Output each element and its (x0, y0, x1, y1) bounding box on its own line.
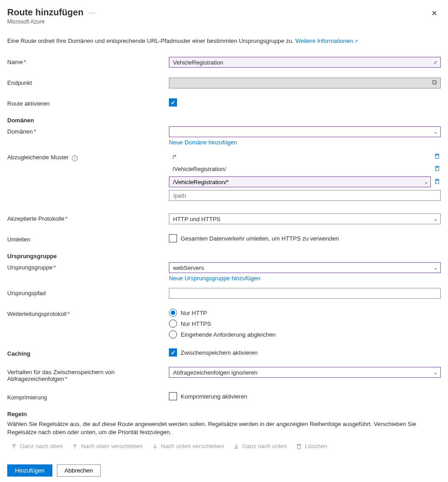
chevron-down-icon: ⌄ (434, 370, 438, 375)
delete-pattern-button[interactable] (434, 165, 441, 173)
compression-checkbox-label: Komprimierung aktivieren (181, 393, 247, 400)
info-icon[interactable]: i (72, 155, 78, 161)
delete-pattern-button[interactable] (434, 153, 441, 161)
forward-protocol-radio-match[interactable]: Eingehende Anforderung abgleichen (169, 330, 441, 338)
chevron-down-icon: ⌄ (434, 265, 438, 271)
accepted-protocols-label: Akzeptierte Protokolle* (7, 213, 169, 222)
enable-route-label: Route aktivieren (7, 98, 169, 107)
redirect-checkbox-label: Gesamten Datenverkehr umleiten, um HTTPS… (181, 235, 339, 242)
domains-label: Domänen* (7, 126, 169, 135)
add-domain-link[interactable]: Neue Domäne hinzufügen (169, 139, 237, 146)
radio-label: Nur HTTPS (181, 320, 211, 327)
caching-checkbox[interactable] (169, 348, 177, 357)
page-title: Route hinzufügen (7, 7, 84, 18)
pattern-new-input[interactable] (169, 190, 441, 201)
query-string-label: Verhalten für das Zwischenspeichern von … (7, 367, 169, 382)
domains-select[interactable]: ⌄ (169, 126, 441, 137)
chevron-down-icon: ⌄ (434, 216, 438, 222)
external-link-icon: ↗ (354, 38, 358, 44)
delete-rule-button[interactable]: Löschen (296, 443, 327, 450)
add-origin-link[interactable]: Neue Ursprungsgruppe hinzufügen (169, 275, 260, 282)
delete-pattern-button[interactable] (434, 178, 441, 186)
forward-protocol-radio-https[interactable]: Nur HTTPS (169, 320, 441, 328)
svg-rect-7 (436, 167, 439, 171)
copy-icon[interactable] (432, 80, 438, 87)
move-down-button[interactable]: Nach unten verschieben (152, 443, 224, 450)
redirect-label: Umleiten (7, 234, 169, 243)
pattern-item: /VehicleRegistration/ (169, 164, 431, 174)
origin-path-input[interactable] (169, 288, 441, 299)
origin-group-select[interactable]: webServers ⌄ (169, 262, 441, 273)
svg-rect-23 (298, 445, 301, 449)
svg-rect-2 (436, 155, 439, 158)
origin-path-label: Ursprungspfad (7, 288, 169, 297)
origin-group-label: Ursprungsgruppe* (7, 262, 169, 271)
svg-rect-0 (433, 81, 436, 84)
more-menu[interactable]: ··· (89, 9, 96, 16)
name-input[interactable]: VehicleRegistration ✓ (169, 57, 441, 68)
add-button[interactable]: Hinzufügen (7, 464, 52, 477)
move-up-button[interactable]: Nach oben verschieben (72, 443, 143, 450)
accepted-protocols-select[interactable]: HTTP und HTTPS ⌄ (169, 213, 441, 224)
radio-label: Eingehende Anforderung abgleichen (181, 331, 275, 338)
endpoint-label: Endpunkt (7, 78, 169, 86)
query-string-select[interactable]: Abfragezeichenfolgen ignorieren ⌄ (169, 367, 441, 378)
redirect-checkbox[interactable] (169, 234, 177, 242)
svg-rect-1 (433, 80, 436, 83)
name-label: Name* (7, 57, 169, 65)
radio-label: Nur HTTP (181, 310, 207, 316)
svg-rect-12 (436, 180, 439, 184)
patterns-label: Abzugleichende Muster i (7, 152, 169, 161)
origin-heading: Ursprungsgruppe (7, 253, 441, 260)
compression-checkbox[interactable] (169, 392, 177, 400)
move-top-button[interactable]: Ganz nach oben (11, 443, 63, 450)
chevron-down-icon: ⌄ (424, 179, 428, 185)
cancel-button[interactable]: Abbrechen (57, 464, 101, 477)
rules-heading: Regeln (7, 411, 441, 417)
caching-heading: Caching (7, 348, 169, 357)
compression-label: Komprimierung (7, 392, 169, 401)
caching-checkbox-label: Zwischenspeichern aktivieren (181, 349, 258, 356)
forward-protocol-radio-http[interactable]: Nur HTTP (169, 309, 441, 317)
check-icon: ✓ (434, 60, 438, 65)
forward-protocol-label: Weiterleitungsprotokoll* (7, 309, 169, 317)
learn-more-link[interactable]: Weitere Informationen↗ (295, 37, 358, 44)
intro-body: Eine Route ordnet Ihre Domänen und entsp… (7, 37, 295, 44)
chevron-down-icon: ⌄ (434, 129, 438, 135)
page-subtitle: Microsoft Azure (7, 19, 96, 25)
close-button[interactable]: ✕ (428, 7, 441, 19)
rules-description: Wählen Sie Regelsätze aus, die auf diese… (7, 420, 441, 436)
domains-heading: Domänen (7, 117, 441, 124)
intro-text: Eine Route ordnet Ihre Domänen und entsp… (7, 37, 441, 44)
enable-route-checkbox[interactable] (169, 98, 177, 107)
move-bottom-button[interactable]: Ganz nach unten (233, 443, 287, 450)
pattern-item: /* (169, 152, 431, 162)
endpoint-readonly (169, 78, 441, 88)
close-icon: ✕ (431, 9, 437, 17)
pattern-active-input[interactable] (169, 176, 431, 187)
